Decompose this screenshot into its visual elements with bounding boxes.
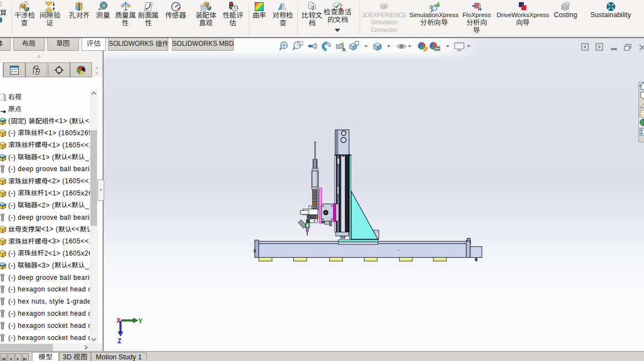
svg-text:Z: Z — [117, 338, 121, 346]
svg-text:A: A — [342, 47, 346, 52]
svg-text:Y: Y — [138, 318, 143, 326]
